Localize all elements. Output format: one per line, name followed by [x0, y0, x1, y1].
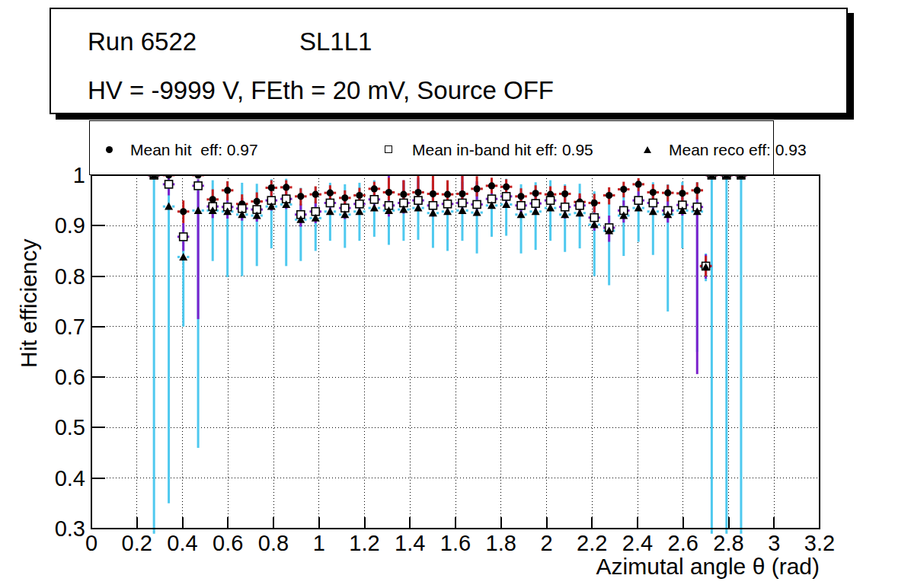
y-tick-label: 0.4 — [55, 466, 85, 491]
hit-eff-point — [400, 191, 407, 198]
inband-eff-point — [429, 202, 436, 209]
hit-eff-point — [694, 187, 701, 193]
reco-eff-point — [576, 209, 584, 216]
filled-circle-icon — [106, 146, 113, 153]
conditions-text: HV = -9999 V, FEth = 20 mV, Source OFF — [88, 76, 554, 105]
y-tick-label: 0.6 — [55, 365, 85, 389]
inband-eff-point — [517, 202, 525, 209]
title-pave: Run 6522 SL1L1 HV = -9999 V, FEth = 20 m… — [50, 8, 848, 114]
hit-eff-point — [327, 190, 334, 197]
inband-eff-point — [561, 203, 569, 211]
hit-eff-point — [650, 189, 657, 196]
hit-eff-point — [503, 184, 510, 190]
hit-eff-point — [180, 208, 187, 215]
reco-eff-point — [649, 207, 657, 215]
y-tick-label: 1 — [73, 163, 85, 187]
x-axis-title: Azimutal angle θ (rad) — [515, 554, 820, 580]
x-tick-label: 1.6 — [440, 531, 471, 555]
filled-triangle-icon — [644, 146, 651, 153]
hit-eff-point — [635, 181, 642, 187]
reco-eff-point — [561, 210, 569, 218]
inband-eff-point — [590, 214, 598, 222]
x-tick-label: 2 — [540, 531, 552, 555]
inband-eff-point — [165, 181, 173, 188]
hit-eff-point — [620, 186, 627, 193]
hit-eff-point — [561, 190, 568, 197]
x-tick-label: 0.8 — [258, 531, 289, 555]
legend-entry-hit-eff: Mean hit eff: 0.97 — [90, 121, 372, 176]
hit-eff-point — [444, 191, 451, 198]
y-tick-label: 0.7 — [55, 315, 85, 339]
reco-eff-point — [458, 206, 466, 214]
hit-eff-point — [297, 193, 304, 200]
y-tick-label: 0.3 — [55, 516, 85, 541]
x-tick-label: 1 — [313, 531, 325, 555]
reco-eff-point — [414, 204, 423, 212]
reco-eff-point — [355, 207, 363, 215]
hit-eff-point — [606, 192, 612, 199]
x-tick-label: 2.4 — [622, 531, 653, 555]
inband-eff-point — [370, 196, 378, 203]
reco-eff-point — [546, 204, 555, 212]
legend-label: Mean in-band hit eff: 0.95 — [412, 141, 593, 159]
reco-eff-point — [635, 204, 643, 212]
hit-eff-point — [459, 190, 465, 197]
inband-eff-point — [414, 197, 422, 204]
x-tick-label: 3.2 — [804, 531, 835, 555]
reco-eff-point — [502, 200, 510, 208]
run-number-text: Run 6522 — [88, 27, 197, 56]
reco-eff-point — [473, 209, 481, 216]
x-tick-label: 0.6 — [213, 531, 243, 555]
x-tick-label: 1.4 — [395, 531, 425, 555]
hit-eff-point — [385, 189, 392, 196]
inband-eff-point — [356, 200, 363, 208]
y-tick-label: 0.5 — [55, 415, 85, 439]
legend: Mean hit eff: 0.97 Mean in-band hit eff:… — [89, 120, 774, 175]
hit-eff-point — [430, 190, 436, 197]
reco-eff-point — [517, 210, 526, 218]
superlayer-text: SL1L1 — [299, 27, 372, 56]
reco-eff-point — [326, 207, 334, 215]
inband-eff-point — [547, 197, 555, 204]
reco-eff-point — [532, 207, 540, 215]
inband-eff-point — [326, 199, 334, 206]
inband-eff-point — [635, 197, 642, 204]
legend-entry-inband-eff: Mean in-band hit eff: 0.95 — [372, 121, 631, 176]
x-tick-label: 0.2 — [122, 531, 152, 555]
inband-eff-point — [649, 199, 657, 206]
open-square-icon — [385, 145, 392, 153]
y-tick-label: 0.9 — [55, 213, 85, 238]
inband-eff-point — [503, 193, 510, 200]
y-tick-label: 0.8 — [55, 264, 85, 289]
inband-eff-point — [532, 200, 539, 207]
legend-label: Mean reco eff: 0.93 — [669, 141, 807, 159]
hit-eff-point — [414, 189, 421, 196]
hit-eff-point — [224, 187, 231, 193]
reco-eff-point — [370, 204, 379, 212]
x-tick-label: 2.2 — [577, 531, 607, 555]
legend-entry-reco-eff: Mean reco eff: 0.93 — [631, 121, 775, 176]
inband-eff-point — [194, 182, 202, 190]
reco-eff-point — [429, 209, 437, 216]
reco-eff-point — [443, 207, 452, 215]
hit-eff-point — [591, 200, 598, 206]
hit-eff-point — [312, 191, 319, 198]
hit-eff-point — [679, 190, 686, 197]
inband-eff-point — [576, 202, 583, 209]
hit-eff-point — [371, 185, 378, 192]
x-tick-label: 1.2 — [349, 531, 379, 555]
x-tick-label: 2.8 — [713, 531, 743, 555]
reco-eff-point — [194, 206, 203, 214]
x-tick-label: 3 — [768, 531, 780, 555]
hit-eff-point — [254, 198, 261, 205]
hit-eff-point — [209, 196, 216, 203]
inband-eff-point — [473, 200, 481, 208]
x-tick-label: 2.6 — [668, 531, 698, 555]
reco-eff-point — [165, 203, 173, 210]
hit-eff-point — [517, 193, 524, 200]
hit-eff-point — [268, 184, 275, 191]
hit-eff-point — [488, 182, 495, 189]
inband-eff-point — [444, 200, 452, 208]
x-tick-label: 1.8 — [486, 531, 516, 555]
hit-eff-point — [341, 194, 348, 201]
